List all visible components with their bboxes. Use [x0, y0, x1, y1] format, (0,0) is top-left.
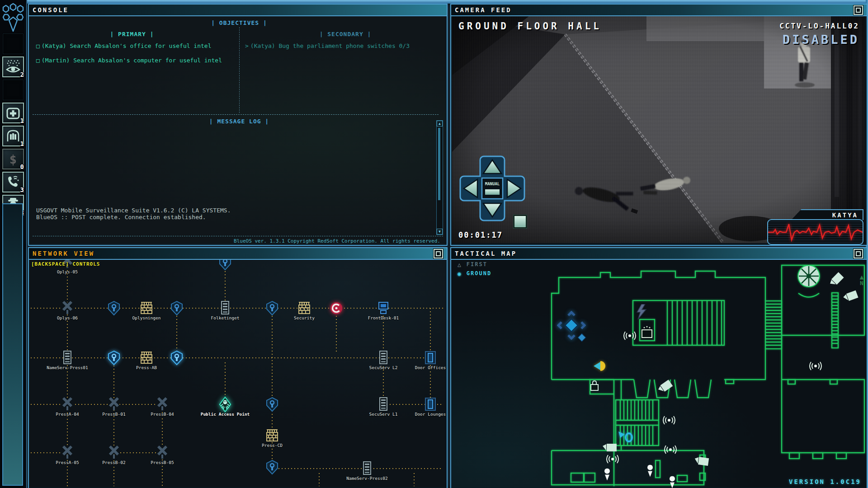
net-node-pressb-02[interactable]: PressB-02 — [105, 445, 123, 461]
net-node-folketinget[interactable]: Folketinget — [216, 300, 234, 316]
net-node[interactable] — [263, 459, 281, 475]
scrollbar-thumb[interactable] — [438, 128, 440, 200]
offline-node-icon — [107, 397, 121, 412]
net-node-security[interactable]: Security — [295, 300, 313, 316]
net-node-label: PressB-01 — [102, 412, 125, 417]
footer-divider — [33, 236, 443, 236]
minimize-button[interactable] — [854, 249, 863, 258]
signal-marker — [664, 445, 677, 455]
checkbox-icon: □ — [36, 57, 40, 64]
net-node-frontdesk-01[interactable]: FrontDesk-01 — [374, 300, 392, 316]
sidebar-slot-count: 1 — [20, 140, 24, 147]
sidebar-slot-money[interactable]: $0 — [2, 149, 24, 169]
net-node-secuserv-l2[interactable]: SecuServ L2 — [374, 350, 392, 366]
net-node-pressb-01[interactable]: PressB-01 — [105, 396, 123, 413]
sidebar-slot-medkit[interactable]: 1 — [2, 103, 24, 123]
net-node-nameserv-press02[interactable]: NameServ-Press02 — [358, 460, 376, 477]
firewall-node-icon — [139, 301, 154, 315]
network-canvas[interactable]: Oplys-05Oplys-06OplysningenFolketingetSe… — [29, 248, 447, 488]
camera-aux-button[interactable] — [514, 215, 527, 228]
scroll-up-button[interactable]: ▲ — [437, 121, 443, 127]
net-node[interactable] — [263, 300, 281, 316]
net-node-door-lounges[interactable]: Door Lounges — [421, 396, 439, 413]
ekg-line — [768, 224, 863, 240]
net-node-pressb-05[interactable]: PressB-05 — [153, 445, 171, 461]
console-header: CONSOLE — [29, 5, 447, 16]
tactical-map-header: TACTICAL MAP — [451, 248, 867, 260]
net-node-oplysningen[interactable]: Oplysningen — [137, 300, 156, 316]
net-node[interactable] — [105, 350, 123, 366]
camera-location-label: GROUND FLOOR HALL — [458, 21, 602, 32]
objective-primary: □(Martin) Search Absalon's computer for … — [36, 57, 222, 64]
svg-text:$: $ — [9, 152, 17, 166]
shield-node-icon — [170, 350, 184, 366]
scroll-down-button[interactable]: ▼ — [437, 229, 443, 235]
console-message: USGOVT Mobile Surveillance Suite V1.6.2 … — [36, 207, 231, 214]
camera-status-badge: DISABLED — [783, 33, 859, 47]
sidebar-slot-ammo[interactable]: 1 — [2, 126, 24, 146]
net-node-door-offices[interactable]: Door Offices — [421, 350, 439, 366]
server-node-icon — [219, 300, 231, 316]
net-node[interactable] — [168, 350, 186, 366]
console-footer: BlueOS ver. 1.3.1 Copyright RedSoft Corp… — [234, 238, 440, 244]
net-node[interactable] — [263, 396, 281, 413]
offline-node-icon — [156, 445, 169, 460]
server-node-icon — [377, 397, 389, 412]
first-floor-triangle-icon: △ — [458, 261, 461, 268]
medkit-icon — [6, 106, 20, 120]
net-node-label: NameServ-Press02 — [346, 476, 388, 481]
secondary-header: | SECONDARY | — [320, 31, 372, 38]
signal-marker — [623, 331, 637, 341]
net-node-label: Public Access Point — [201, 412, 250, 417]
heartbeat-monitor — [767, 219, 863, 245]
server-node-icon — [61, 350, 73, 366]
net-node[interactable] — [327, 300, 345, 316]
net-node[interactable] — [105, 300, 123, 316]
message-log-scrollbar[interactable]: ▲ ▼ — [436, 120, 443, 235]
minimize-button[interactable] — [854, 5, 863, 15]
offline-node-icon — [61, 397, 74, 412]
sidebar-tail-column — [2, 203, 23, 486]
access-point-node-icon — [217, 396, 233, 413]
objective-primary: □(Katya) Search Absalon's office for use… — [36, 42, 222, 49]
offline-node-icon — [61, 300, 74, 316]
camera-dpad[interactable] — [458, 155, 526, 222]
net-node-pressa-04[interactable]: PressA-04 — [58, 396, 76, 413]
net-node-pressb-04[interactable]: PressB-04 — [153, 396, 171, 413]
camera-feed-panel: CAMERA FEED — [450, 4, 868, 246]
offline-node-icon — [61, 445, 74, 460]
network-view-title: NETWORK VIEW — [33, 250, 94, 257]
shield-node-icon — [265, 460, 279, 475]
net-node-public-access-point[interactable]: Public Access Point — [216, 396, 234, 413]
net-node-label: FrontDesk-01 — [368, 315, 399, 320]
net-node-press-ab[interactable]: Press-AB — [137, 350, 156, 366]
camera-feed-title: CAMERA FEED — [455, 6, 512, 14]
agent-vitals-module: KATYA — [767, 209, 863, 245]
camera-marker — [693, 455, 710, 468]
version-label: VERSION 1.0C19 — [789, 478, 861, 485]
net-node[interactable] — [168, 300, 186, 316]
net-node-press-cd[interactable]: Press-CD — [263, 427, 281, 444]
floor-button-ground[interactable]: ◉ GROUND — [458, 270, 494, 277]
tactical-map-canvas[interactable]: ▲N — [451, 248, 867, 488]
guard-marker — [594, 360, 608, 372]
net-node-nameserv-press01[interactable]: NameServ-Press01 — [58, 350, 76, 366]
body-marker — [646, 465, 654, 477]
sidebar-slot-phone[interactable]: 3 — [2, 172, 24, 192]
sidebar-slot-empty-2 — [3, 80, 24, 100]
net-node-label: Door Lounges — [415, 412, 446, 417]
net-node-pressa-05[interactable]: PressA-05 — [58, 445, 76, 461]
minimize-button[interactable] — [434, 249, 443, 258]
net-node-secuserv-l1[interactable]: SecuServ L1 — [374, 396, 392, 413]
firewall-node-icon — [264, 428, 280, 443]
net-node-oplys-06[interactable]: Oplys-06 — [58, 300, 76, 316]
sidebar-slot-empty-1 — [3, 33, 24, 54]
floor-button-first[interactable]: △ FIRST — [458, 261, 490, 268]
signal-marker — [809, 361, 822, 371]
app-root: 211$033 CONSOLE | OBJECTIVES | | PRIMARY… — [0, 0, 868, 488]
agent-marker — [618, 430, 635, 444]
sidebar-slot-surveillance[interactable]: 2 — [2, 56, 24, 77]
message-log-header: | MESSAGE LOG | — [209, 118, 269, 125]
shield-node-icon — [265, 300, 279, 316]
arrow-marker-icon: > — [245, 42, 249, 49]
